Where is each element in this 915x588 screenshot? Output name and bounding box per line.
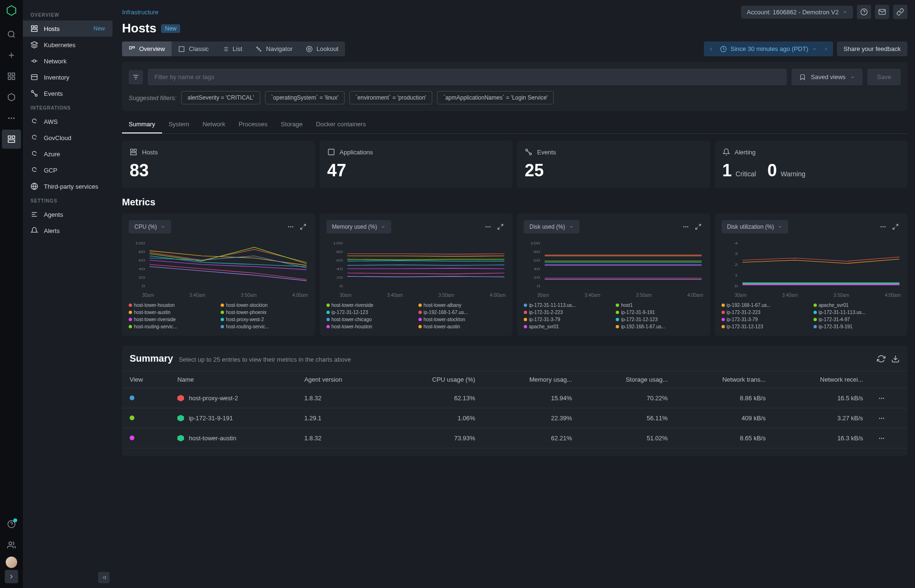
sidebar-item-govcloud[interactable]: GovCloud xyxy=(23,130,112,146)
dashboard-icon[interactable] xyxy=(2,67,21,86)
legend-item[interactable]: host-routing-servic... xyxy=(129,324,216,329)
time-next-button[interactable] xyxy=(819,43,833,55)
mail-button[interactable] xyxy=(875,5,889,19)
legend-item[interactable]: ip-172-31-9-191 xyxy=(813,324,901,329)
chart-area[interactable]: 020406080100 xyxy=(129,238,308,291)
collapse-rail-icon[interactable] xyxy=(5,570,18,583)
chart-metric-select[interactable]: CPU (%) xyxy=(129,220,171,233)
chart-menu-button[interactable] xyxy=(285,222,296,232)
more-icon[interactable] xyxy=(2,109,21,128)
legend-item[interactable]: host-proxy-west-2 xyxy=(221,317,308,322)
filter-input[interactable] xyxy=(148,69,787,85)
sub-tab-storage[interactable]: Storage xyxy=(274,116,309,133)
row-actions[interactable] xyxy=(871,428,907,448)
chart-expand-button[interactable] xyxy=(693,222,703,232)
breadcrumb[interactable]: Infrastructure xyxy=(122,9,159,16)
saved-views-button[interactable]: Saved views xyxy=(792,69,863,85)
chart-expand-button[interactable] xyxy=(495,222,506,232)
feedback-button[interactable]: Share your feedback xyxy=(837,41,907,56)
chart-metric-select[interactable]: Memory used (%) xyxy=(326,220,392,233)
time-range-select[interactable]: Since 30 minutes ago (PDT) xyxy=(718,41,819,56)
legend-item[interactable]: host-tower-houston xyxy=(129,303,216,308)
legend-item[interactable]: ip-192-168-1-67.us... xyxy=(418,310,506,315)
cube-icon[interactable] xyxy=(2,88,21,107)
link-button[interactable] xyxy=(893,5,907,19)
legend-item[interactable]: host-tower-stockton xyxy=(221,303,308,308)
user-avatar[interactable] xyxy=(6,557,17,568)
legend-item[interactable]: host-routing-servic... xyxy=(221,324,308,329)
chart-menu-button[interactable] xyxy=(483,222,493,232)
sub-tab-docker-containers[interactable]: Docker containers xyxy=(309,116,373,133)
table-header[interactable]: Storage usag... xyxy=(580,371,675,388)
chart-area[interactable]: 020406080100 xyxy=(524,238,703,291)
view-tab-navigator[interactable]: Navigator xyxy=(249,41,299,56)
view-tab-overview[interactable]: Overview xyxy=(122,41,172,56)
help-button[interactable] xyxy=(857,5,871,19)
legend-item[interactable]: host-tower-riverside xyxy=(326,303,414,308)
legend-item[interactable]: ip-192-168-1-67.us... xyxy=(722,303,809,308)
view-tab-classic[interactable]: Classic xyxy=(172,41,215,56)
chart-expand-button[interactable] xyxy=(298,222,308,232)
sidebar-item-azure[interactable]: Azure xyxy=(23,146,112,162)
legend-item[interactable]: host-tower-chicago xyxy=(326,317,414,322)
sidebar-item-hosts[interactable]: HostsNew xyxy=(23,20,112,37)
filter-icon[interactable] xyxy=(129,70,143,84)
sidebar-item-alerts[interactable]: Alerts xyxy=(23,223,112,239)
legend-item[interactable]: ip-172-31-11-113.us... xyxy=(813,310,901,315)
time-prev-button[interactable] xyxy=(704,43,718,55)
sidebar-item-third-party-services[interactable]: Third-party services xyxy=(23,178,112,194)
legend-item[interactable]: apache_svr01 xyxy=(813,303,901,308)
sidebar-item-kubernetes[interactable]: Kubernetes xyxy=(23,37,112,53)
download-button[interactable] xyxy=(891,355,900,363)
legend-item[interactable]: ip-172-31-9-191 xyxy=(616,310,703,315)
legend-item[interactable]: ip-172-31-2-223 xyxy=(722,310,809,315)
row-actions[interactable] xyxy=(871,408,907,428)
chart-menu-button[interactable] xyxy=(681,222,691,232)
table-header[interactable]: Network recei... xyxy=(773,371,871,388)
chart-expand-button[interactable] xyxy=(890,222,901,232)
legend-item[interactable]: ip-172-31-2-223 xyxy=(524,310,611,315)
sub-tab-system[interactable]: System xyxy=(162,116,196,133)
table-header[interactable]: Network trans... xyxy=(675,371,773,388)
legend-item[interactable]: host-tower-houston xyxy=(326,324,414,329)
legend-item[interactable]: host-tower-austin xyxy=(418,324,506,329)
table-header[interactable]: View xyxy=(122,371,170,388)
table-header[interactable]: Name xyxy=(170,371,296,388)
infrastructure-icon[interactable] xyxy=(2,130,21,149)
row-actions[interactable] xyxy=(871,388,907,408)
legend-item[interactable]: ip-172-31-12-123 xyxy=(326,310,414,315)
legend-item[interactable]: ip-172-31-12-123 xyxy=(616,317,703,322)
chart-metric-select[interactable]: Disk utilization (%) xyxy=(722,220,789,233)
legend-item[interactable]: ip-172-31-12-123 xyxy=(722,324,809,329)
sub-tab-processes[interactable]: Processes xyxy=(232,116,274,133)
legend-item[interactable]: ip-172-31-11-113.us... xyxy=(524,303,611,308)
save-button[interactable]: Save xyxy=(867,69,901,85)
view-tab-list[interactable]: List xyxy=(215,41,249,56)
sidebar-item-aws[interactable]: AWS xyxy=(23,113,112,130)
filter-chip[interactable]: `operatingSystem` = 'linux' xyxy=(265,91,345,104)
sub-tab-summary[interactable]: Summary xyxy=(122,116,162,133)
chart-area[interactable]: 01234 xyxy=(722,238,901,291)
table-row[interactable]: host-proxy-west-21.8.3262.13%15.94%70.22… xyxy=(122,388,907,408)
add-icon[interactable] xyxy=(2,46,21,65)
account-select[interactable]: Account: 1606862 - Demotron V2 xyxy=(741,6,853,19)
sidebar-item-gcp[interactable]: GCP xyxy=(23,162,112,178)
legend-item[interactable]: ip-172-31-3-79 xyxy=(524,317,611,322)
table-header[interactable]: Agent version xyxy=(296,371,385,388)
filter-chip[interactable]: `environment` = 'production' xyxy=(349,91,432,104)
sidebar-item-events[interactable]: Events xyxy=(23,85,112,101)
refresh-button[interactable] xyxy=(877,355,885,363)
legend-item[interactable]: host1 xyxy=(616,303,703,308)
sidebar-item-inventory[interactable]: Inventory xyxy=(23,69,112,85)
legend-item[interactable]: host-tower-riverside xyxy=(129,317,216,322)
chart-menu-button[interactable] xyxy=(878,222,888,232)
legend-item[interactable]: host-tower-austin xyxy=(129,310,216,315)
sidebar-collapse-button[interactable] xyxy=(98,572,110,583)
legend-item[interactable]: host-tower-albany xyxy=(418,303,506,308)
legend-item[interactable]: apache_svr01 xyxy=(524,324,611,329)
chart-metric-select[interactable]: Disk used (%) xyxy=(524,220,580,233)
help-icon[interactable] xyxy=(2,515,21,534)
chart-area[interactable]: 020406080100 xyxy=(326,238,506,291)
search-icon[interactable] xyxy=(2,25,21,44)
legend-item[interactable]: ip-192-168-1-67.us... xyxy=(616,324,703,329)
